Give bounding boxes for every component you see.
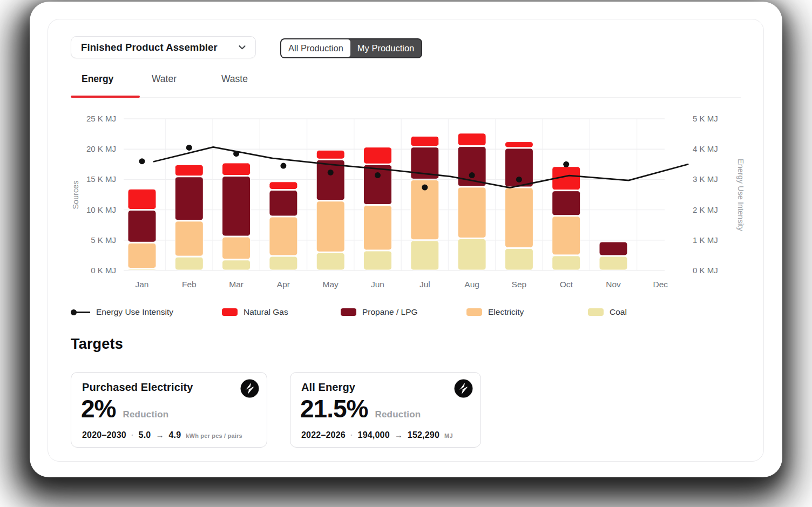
bar-segment-electricity[interactable] [222,237,251,259]
energy-use-intensity-point[interactable] [280,163,286,169]
bar-segment-coal[interactable] [175,257,203,270]
targets-heading: Targets [71,336,123,353]
toggle-my-production[interactable]: My Production [350,39,421,57]
energy-use-intensity-point[interactable] [139,158,145,164]
tab-water[interactable]: Water [152,73,177,85]
target-percent: 2% [81,395,116,423]
bar-segment-electricity[interactable] [505,188,533,247]
month-label: Nov [606,280,621,289]
bar-segment-natural-gas[interactable] [364,147,392,164]
bar-segment-coal[interactable] [128,269,156,271]
bar-segment-coal[interactable] [316,253,344,270]
right-axis-tick-label: 1 K MJ [693,235,718,245]
legend-swatch-icon [588,308,604,316]
bar-segment-natural-gas[interactable] [128,189,156,209]
active-tab-indicator [71,96,140,98]
target-unit: kWh per pcs / pairs [186,432,242,439]
bar-segment-electricity[interactable] [128,243,156,268]
bar-segment-propane-lpg[interactable] [552,191,580,215]
energy-use-intensity-point[interactable] [233,151,239,157]
energy-use-intensity-point[interactable] [469,172,475,178]
separator-dot: · [350,431,353,440]
bar-segment-propane-lpg[interactable] [222,177,251,236]
legend-item-propane-lpg[interactable]: Propane / LPG [341,306,418,318]
month-label: May [323,280,339,289]
bar-segment-coal[interactable] [552,256,580,270]
bar-segment-natural-gas[interactable] [505,142,533,147]
legend-swatch-icon [466,308,482,316]
energy-use-intensity-point[interactable] [422,185,428,191]
target-to-value: 4.9 [168,430,181,440]
bar-segment-natural-gas[interactable] [175,165,203,175]
left-axis-tick-label: 0 K MJ [91,266,116,275]
bar-segment-coal[interactable] [458,239,486,270]
target-card-title: All Energy [301,381,470,394]
energy-use-intensity-point[interactable] [375,172,381,178]
bar-segment-electricity[interactable] [552,217,580,255]
left-axis-tick-label: 5 K MJ [91,235,116,245]
left-axis-tick-label: 20 K MJ [86,144,116,153]
left-axis-tick-label: 10 K MJ [86,205,116,214]
target-card-title: Purchased Electricity [82,381,256,394]
energy-chart: 0 K MJ0 K MJ5 K MJ1 K MJ10 K MJ2 K MJ15 … [70,109,745,295]
bar-segment-natural-gas[interactable] [316,150,344,159]
legend-item-electricity[interactable]: Electricity [466,306,524,318]
bar-segment-coal[interactable] [411,241,439,270]
legend-item-natural-gas[interactable]: Natural Gas [222,306,288,318]
assembler-dropdown[interactable]: Finished Product Assembler [71,36,256,58]
legend-label: Natural Gas [243,307,288,317]
legend-swatch-icon [341,308,356,316]
month-label: Oct [560,280,573,289]
right-axis-tick-label: 0 K MJ [693,266,718,275]
right-axis-title: Energy Use Intensity [736,159,745,232]
assembler-dropdown-label: Finished Product Assembler [81,42,218,53]
tabs-divider [71,97,741,98]
month-label: Sep [512,280,527,289]
toggle-all-production[interactable]: All Production [281,39,350,57]
arrow-right-icon: → [395,430,403,440]
bar-segment-propane-lpg[interactable] [269,191,297,216]
arrow-right-icon: → [155,430,164,440]
bar-segment-coal[interactable] [599,256,627,270]
month-label: Aug [464,280,479,289]
energy-use-intensity-point[interactable] [563,161,569,167]
app-window: Finished Product Assembler All Productio… [30,2,782,477]
bar-segment-electricity[interactable] [175,221,203,256]
left-axis-title: Sources [71,180,80,209]
legend-label: Propane / LPG [362,307,418,317]
energy-use-intensity-point[interactable] [186,145,192,151]
legend-label: Electricity [488,307,524,317]
right-axis-tick-label: 4 K MJ [693,144,718,153]
bar-segment-electricity[interactable] [458,187,486,238]
bar-segment-coal[interactable] [269,256,297,270]
bar-segment-electricity[interactable] [364,206,392,250]
bar-segment-natural-gas[interactable] [269,182,297,190]
target-percent: 21.5% [300,395,368,423]
bar-segment-natural-gas[interactable] [411,136,439,146]
bar-segment-natural-gas[interactable] [458,133,486,146]
bar-segment-propane-lpg[interactable] [128,211,156,242]
right-axis-tick-label: 2 K MJ [693,205,718,214]
month-label: Dec [653,280,668,289]
energy-bolt-icon [454,378,473,401]
target-period: 2020–2030 [82,430,126,440]
dashboard-panel: Finished Product Assembler All Productio… [48,19,764,462]
energy-use-intensity-point[interactable] [516,177,522,182]
bar-segment-coal[interactable] [505,248,533,270]
bar-segment-coal[interactable] [364,251,392,270]
bar-segment-propane-lpg[interactable] [175,177,203,220]
target-reduction-label: Reduction [123,409,168,420]
energy-bolt-icon [240,378,260,401]
legend-item-coal[interactable]: Coal [588,306,627,318]
energy-use-intensity-point[interactable] [328,170,334,175]
legend-item-energy-use-intensity[interactable]: Energy Use Intensity [71,306,173,318]
bar-segment-propane-lpg[interactable] [599,242,627,255]
bar-segment-propane-lpg[interactable] [364,165,392,204]
bar-segment-electricity[interactable] [316,201,344,252]
tab-waste[interactable]: Waste [221,73,248,85]
bar-segment-natural-gas[interactable] [222,163,251,175]
production-toggle: All Production My Production [280,38,422,58]
bar-segment-electricity[interactable] [269,217,297,255]
bar-segment-coal[interactable] [222,260,251,270]
tab-energy[interactable]: Energy [82,73,113,85]
